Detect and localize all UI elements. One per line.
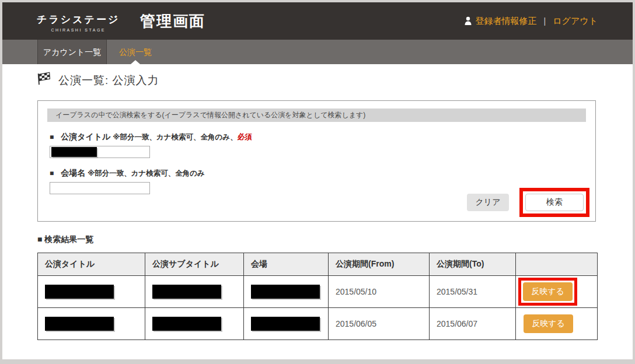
- app-header: チラシステージ CHIRASHI STAGE 管理画面 登録者情報修正 | ログ…: [2, 2, 633, 40]
- user-icon: [464, 16, 472, 26]
- apply-button[interactable]: 反映する: [523, 282, 573, 301]
- checkered-flag-icon: [36, 71, 53, 89]
- period-to: 2015/06/07: [430, 308, 516, 340]
- search-buttons-row: クリア 検索: [467, 188, 589, 217]
- table-row: 2015/05/10 2015/05/31 反映する: [38, 276, 598, 308]
- venue-search-input[interactable]: [50, 182, 150, 194]
- redacted-subtitle: [152, 285, 221, 299]
- period-to: 2015/05/31: [430, 276, 516, 308]
- search-description: イープラスの中で公演検索をする(イープラスで情報公開されている公演を対象として検…: [47, 108, 586, 122]
- results-section-title: ■ 検索結果一覧: [37, 235, 93, 245]
- title-field-label: ■ 公演タイトル ※部分一致、カナ検索可、全角のみ、必須: [50, 132, 595, 142]
- page-frame: チラシステージ CHIRASHI STAGE 管理画面 登録者情報修正 | ログ…: [2, 2, 633, 359]
- logo: チラシステージ CHIRASHI STAGE: [37, 13, 120, 32]
- redacted-venue: [251, 285, 320, 299]
- redacted-title-value: [51, 147, 97, 157]
- redacted-subtitle: [152, 317, 221, 331]
- search-panel: イープラスの中で公演検索をする(イープラスで情報公開されている公演を対象として検…: [37, 100, 596, 222]
- venue-field-note: ※部分一致、カナ検索可、全角のみ: [88, 169, 205, 177]
- active-tab-notch: [131, 60, 140, 64]
- col-period-from: 公演期間(From): [329, 253, 430, 276]
- period-from: 2015/06/05: [329, 308, 430, 340]
- search-annotation-box: 検索: [519, 188, 589, 217]
- apply-button[interactable]: 反映する: [524, 314, 573, 333]
- redacted-title: [45, 285, 114, 299]
- header-links: 登録者情報修正 | ログアウト: [464, 2, 598, 40]
- col-venue: 会場: [244, 253, 329, 276]
- results-table: 公演タイトル 公演サブタイトル 会場 公演期間(From) 公演期間(To) 2…: [37, 253, 598, 340]
- venue-field-label: ■ 会場名 ※部分一致、カナ検索可、全角のみ: [50, 168, 595, 178]
- logout-link[interactable]: ログアウト: [553, 16, 598, 27]
- period-from: 2015/05/10: [329, 276, 430, 308]
- tab-account-list[interactable]: アカウント一覧: [37, 40, 107, 64]
- redacted-venue: [251, 317, 320, 331]
- page-title-header: 管理画面: [140, 11, 205, 32]
- title-search-input[interactable]: [50, 146, 150, 158]
- table-row: 2015/06/05 2015/06/07 反映する: [38, 308, 598, 340]
- bullet-icon: ■: [50, 133, 54, 141]
- edit-registrant-link[interactable]: 登録者情報修正: [476, 16, 537, 27]
- main-navbar: アカウント一覧 公演一覧: [2, 40, 633, 64]
- logo-text: チラシステージ: [37, 13, 120, 26]
- clear-button[interactable]: クリア: [467, 194, 509, 211]
- required-badge: 必須: [238, 133, 252, 141]
- col-title: 公演タイトル: [38, 253, 145, 276]
- logo-subtext: CHIRASHI STAGE: [37, 28, 120, 32]
- page-title: 公演一覧: 公演入力: [58, 73, 159, 88]
- table-header-row: 公演タイトル 公演サブタイトル 会場 公演期間(From) 公演期間(To): [38, 253, 598, 276]
- col-action: [516, 253, 598, 276]
- search-button[interactable]: 検索: [525, 194, 584, 211]
- redacted-title: [45, 317, 114, 331]
- col-subtitle: 公演サブタイトル: [145, 253, 244, 276]
- bullet-icon: ■: [50, 169, 54, 177]
- col-period-to: 公演期間(To): [430, 253, 516, 276]
- title-field-note: ※部分一致、カナ検索可、全角のみ、: [113, 133, 237, 141]
- header-separator: |: [544, 16, 546, 26]
- apply-annotation-box: 反映する: [518, 278, 577, 306]
- page-title-row: 公演一覧: 公演入力: [36, 71, 159, 89]
